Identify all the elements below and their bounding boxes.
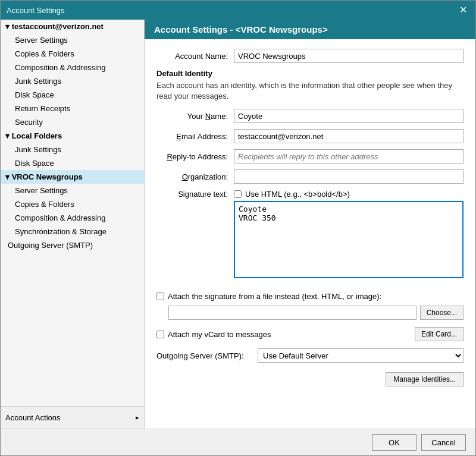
sidebar-item-copies-folders-vn[interactable]: Copies & Folders xyxy=(1,197,144,211)
cancel-button[interactable]: Cancel xyxy=(421,434,466,451)
sidebar-item-return-receipts-1[interactable]: Return Receipts xyxy=(1,102,144,115)
ok-button[interactable]: OK xyxy=(372,434,416,451)
organization-row: Organization: xyxy=(156,169,464,184)
main-panel-header: Account Settings - <VROC Newsgroups> xyxy=(145,20,475,39)
your-name-input[interactable] xyxy=(234,109,464,123)
dialog-footer: OK Cancel xyxy=(1,429,475,455)
signature-text-row: Signature text: Use HTML (e.g., <b>bold<… xyxy=(156,190,464,199)
use-html-label: Use HTML (e.g., <b>bold</b>) xyxy=(234,190,350,199)
reply-to-input[interactable] xyxy=(234,149,464,163)
sidebar-item-synchronization-storage-vn[interactable]: Synchronization & Storage xyxy=(1,225,144,238)
sidebar-account-vroc[interactable]: ▾ VROC Newsgroups xyxy=(1,170,144,184)
use-html-text: Use HTML (e.g., <b>bold</b>) xyxy=(245,190,350,199)
main-content: Account Settings - <VROC Newsgroups> Acc… xyxy=(145,20,475,429)
collapse-icon: ▾ xyxy=(5,22,12,31)
manage-identities-button[interactable]: Manage Identities... xyxy=(386,372,464,386)
attach-file-input[interactable] xyxy=(168,306,416,320)
sidebar-item-junk-settings-1[interactable]: Junk Settings xyxy=(1,74,144,88)
sidebar-item-disk-space-1[interactable]: Disk Space xyxy=(1,88,144,102)
edit-card-button[interactable]: Edit Card... xyxy=(415,327,464,341)
account-name-label: Account Name: xyxy=(156,52,234,61)
email-address-label: Email Address: xyxy=(156,132,234,141)
smtp-row: Outgoing Server (SMTP): Use Default Serv… xyxy=(156,348,464,363)
collapse-icon-lf: ▾ xyxy=(5,131,12,140)
sidebar-item-outgoing-server[interactable]: Outgoing Server (SMTP) xyxy=(1,238,144,252)
account-name-input[interactable] xyxy=(234,49,464,63)
collapse-icon-vroc: ▾ xyxy=(5,172,12,181)
account-actions-chevron: ▸ xyxy=(136,414,139,422)
sidebar-item-disk-space-lf[interactable]: Disk Space xyxy=(1,156,144,170)
sidebar-item-security-1[interactable]: Security xyxy=(1,115,144,129)
attach-signature-row: Attach the signature from a file instead… xyxy=(156,292,464,301)
manage-identities-row: Manage Identities... xyxy=(156,372,464,386)
signature-area-wrapper: Coyote VROC 350 xyxy=(234,201,464,286)
attach-file-row: Choose... xyxy=(168,306,464,320)
sidebar-item-junk-settings-lf[interactable]: Junk Settings xyxy=(1,143,144,156)
use-html-checkbox[interactable] xyxy=(234,190,242,198)
main-panel-body: Account Name: Default Identity Each acco… xyxy=(145,39,475,429)
main-panel-title: Account Settings - <VROC Newsgroups> xyxy=(154,24,328,34)
account-name-row: Account Name: xyxy=(156,49,464,63)
title-bar: Account Settings ✕ xyxy=(1,1,475,20)
account-actions-button[interactable]: Account Actions ▸ xyxy=(1,406,144,429)
sidebar-item-server-settings-vn[interactable]: Server Settings xyxy=(1,184,144,197)
attach-signature-checkbox[interactable] xyxy=(156,293,164,300)
reply-to-row: Reply-to Address: xyxy=(156,149,464,163)
choose-button[interactable]: Choose... xyxy=(420,306,464,320)
sidebar: ▾ testaccount@verizon.net Server Setting… xyxy=(1,20,145,429)
smtp-select[interactable]: Use Default Server xyxy=(258,348,464,363)
sidebar-item-server-settings-1[interactable]: Server Settings xyxy=(1,33,144,47)
signature-text-label: Signature text: xyxy=(156,190,234,199)
dialog-body: ▾ testaccount@verizon.net Server Setting… xyxy=(1,20,475,429)
close-button[interactable]: ✕ xyxy=(457,5,469,15)
sidebar-item-copies-folders-1[interactable]: Copies & Folders xyxy=(1,47,144,61)
dialog-title: Account Settings xyxy=(7,6,65,15)
sidebar-content: ▾ testaccount@verizon.net Server Setting… xyxy=(1,20,144,406)
sidebar-account-testaccount[interactable]: ▾ testaccount@verizon.net xyxy=(1,20,144,33)
your-name-row: Your Name: xyxy=(156,109,464,123)
attach-signature-label: Attach the signature from a file instead… xyxy=(168,292,381,301)
vcard-row: Attach my vCard to messages Edit Card... xyxy=(156,327,464,341)
smtp-label: Outgoing Server (SMTP): xyxy=(156,351,258,360)
default-identity-title: Default Identity xyxy=(156,69,464,78)
sidebar-account-local-folders[interactable]: ▾ Local Folders xyxy=(1,129,144,143)
default-identity-desc: Each account has an identity, which is t… xyxy=(156,80,464,102)
your-name-label: Your Name: xyxy=(156,112,234,121)
account-settings-dialog: Account Settings ✕ ▾ testaccount@verizon… xyxy=(0,0,476,456)
signature-textarea[interactable]: Coyote VROC 350 xyxy=(234,201,464,278)
attach-vcard-checkbox[interactable] xyxy=(156,331,164,338)
organization-label: Organization: xyxy=(156,172,234,181)
account-actions-label: Account Actions xyxy=(5,413,61,422)
sidebar-item-composition-addressing-1[interactable]: Composition & Addressing xyxy=(1,61,144,74)
reply-to-label: Reply-to Address: xyxy=(156,152,234,161)
email-address-row: Email Address: xyxy=(156,129,464,143)
organization-input[interactable] xyxy=(234,169,464,184)
email-address-input[interactable] xyxy=(234,129,464,143)
sidebar-item-composition-addressing-vn[interactable]: Composition & Addressing xyxy=(1,211,144,225)
attach-vcard-label: Attach my vCard to messages xyxy=(168,330,411,339)
